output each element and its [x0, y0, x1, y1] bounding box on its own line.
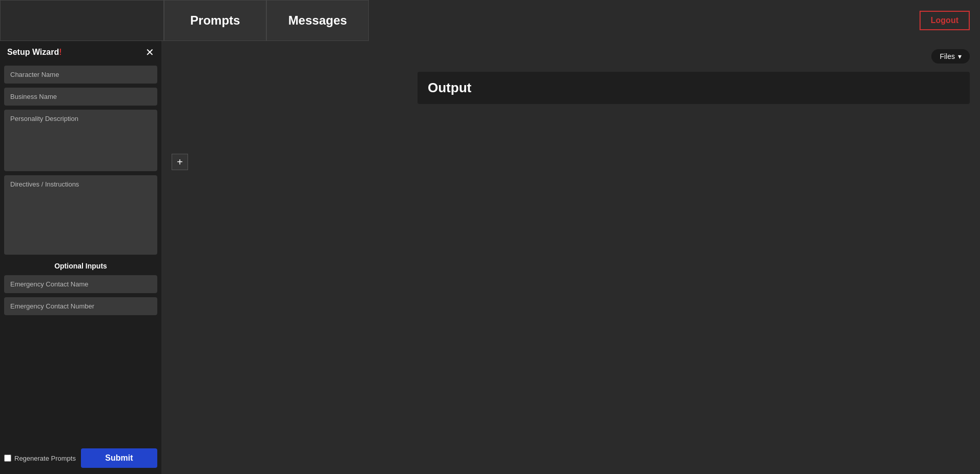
close-button[interactable]: ✕: [145, 46, 154, 58]
sidebar-title: Setup Wizard!: [7, 48, 62, 57]
output-panel: Output: [418, 72, 970, 104]
output-title: Output: [428, 80, 471, 95]
regenerate-prompts-input[interactable]: [4, 455, 11, 462]
chevron-down-icon: ▾: [958, 52, 962, 60]
setup-wizard-sidebar: Setup Wizard! ✕ Character Name Business …: [0, 41, 161, 474]
plus-icon: +: [177, 156, 183, 168]
emergency-contact-name-label: Emergency Contact Name: [10, 280, 88, 288]
tab-empty[interactable]: [0, 0, 164, 41]
add-button[interactable]: +: [172, 154, 188, 170]
sidebar-header: Setup Wizard! ✕: [0, 41, 161, 64]
optional-inputs-label: Optional Inputs: [0, 257, 161, 273]
tab-messages-label: Messages: [288, 13, 347, 28]
plus-area: +: [172, 154, 407, 170]
personality-description-field[interactable]: Personality Description: [4, 110, 157, 171]
logout-button[interactable]: Logout: [920, 11, 970, 30]
emergency-contact-name-field[interactable]: Emergency Contact Name: [4, 275, 157, 293]
emergency-contact-number-label: Emergency Contact Number: [10, 302, 94, 310]
tab-prompts[interactable]: Prompts: [164, 0, 266, 41]
main-content: Setup Wizard! ✕ Character Name Business …: [0, 41, 980, 474]
sidebar-asterisk: !: [59, 48, 61, 56]
tab-messages[interactable]: Messages: [266, 0, 369, 41]
business-name-label: Business Name: [10, 93, 57, 100]
files-label: Files: [940, 52, 955, 60]
business-name-field[interactable]: Business Name: [4, 88, 157, 106]
personality-description-label: Personality Description: [10, 115, 78, 122]
right-area: Files ▾ Output: [407, 41, 980, 474]
regenerate-prompts-label: Regenerate Prompts: [14, 455, 76, 462]
submit-button[interactable]: Submit: [81, 448, 157, 468]
regenerate-prompts-checkbox[interactable]: Regenerate Prompts: [4, 455, 76, 462]
character-name-label: Character Name: [10, 71, 59, 78]
directives-instructions-label: Directives / Instructions: [10, 180, 79, 188]
files-dropdown[interactable]: Files ▾: [931, 49, 970, 64]
center-area: +: [161, 41, 407, 474]
tab-prompts-label: Prompts: [190, 13, 240, 28]
sidebar-footer: Regenerate Prompts Submit: [0, 442, 161, 474]
emergency-contact-number-field[interactable]: Emergency Contact Number: [4, 297, 157, 315]
directives-instructions-field[interactable]: Directives / Instructions: [4, 175, 157, 255]
character-name-field[interactable]: Character Name: [4, 66, 157, 84]
header: Prompts Messages Logout: [0, 0, 980, 41]
